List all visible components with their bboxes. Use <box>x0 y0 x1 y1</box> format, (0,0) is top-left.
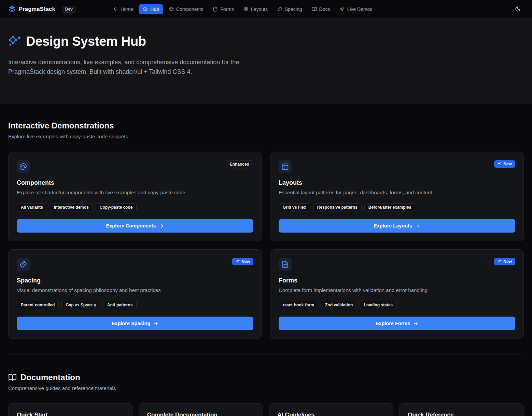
demo-card-description: Visual demonstrations of spacing philoso… <box>17 287 253 293</box>
tag: Gap vs Space-y <box>61 301 100 309</box>
nav-item-label: Layouts <box>251 6 268 12</box>
doc-card-title: Quick Reference <box>408 412 515 416</box>
tag: react-hook-form <box>279 301 318 309</box>
tag-list: Grid vs Flex Responsive patterns Before/… <box>279 203 515 211</box>
doc-card-ai-guidelines[interactable]: AI Guidelines Rules for AI code generati… <box>269 403 394 416</box>
nav-item-label: Spacing <box>285 6 302 12</box>
tag: Interactive demos <box>50 203 93 211</box>
main-content: Interactive Demonstrations Explore live … <box>0 104 532 416</box>
explore-layouts-button[interactable]: Explore Layouts <box>279 219 515 233</box>
arrow-left-icon <box>113 6 118 12</box>
demo-card-title: Components <box>17 179 253 186</box>
doc-card-title: AI Guidelines <box>278 412 385 416</box>
nav-item-label: Forms <box>220 6 234 12</box>
nav-item-label: Home <box>121 6 133 12</box>
page-title: Design System Hub <box>26 34 146 49</box>
demo-card-spacing: New Spacing Visual demonstrations of spa… <box>8 249 262 339</box>
top-navbar: PragmaStack Dev Home Hub Components Fo <box>0 0 532 18</box>
docs-subheading: Comprehensive guides and reference mater… <box>8 385 524 391</box>
new-badge: New <box>494 258 515 265</box>
layout-grid-icon <box>243 6 249 12</box>
layout-panel-icon <box>279 160 292 173</box>
nav-item-label: Hub <box>150 6 159 12</box>
explore-spacing-button[interactable]: Explore Spacing <box>17 317 253 330</box>
tag-list: react-hook-form Zod validation Loading s… <box>279 301 515 309</box>
sparkles-icon <box>498 260 502 264</box>
tag: Loading states <box>360 301 397 309</box>
rocket-icon <box>339 6 345 12</box>
tag: All variants <box>17 203 47 211</box>
book-icon <box>312 6 317 12</box>
file-icon <box>213 6 218 12</box>
demo-card-layouts: New Layouts Essential layout patterns fo… <box>270 152 524 241</box>
demo-card-components: Enhanced Components Explore all shadcn/u… <box>8 152 262 241</box>
page-subtitle: Interactive demonstrations, live example… <box>8 58 264 77</box>
tag: Responsive patterns <box>313 203 362 211</box>
enhanced-badge: Enhanced <box>226 160 253 168</box>
moon-icon <box>515 6 521 12</box>
demo-card-description: Essential layout patterns for pages, das… <box>279 190 515 195</box>
sparkles-icon <box>236 260 240 264</box>
tag: Grid vs Flex <box>279 203 310 211</box>
palette-icon <box>17 160 30 173</box>
nav-item-layouts[interactable]: Layouts <box>239 4 272 14</box>
box-icon <box>169 6 174 12</box>
hero-section: Design System Hub Interactive demonstrat… <box>0 18 532 104</box>
nav-item-home[interactable]: Home <box>109 4 137 14</box>
file-text-icon <box>279 258 292 271</box>
theme-toggle-button[interactable] <box>512 3 524 15</box>
demo-card-title: Spacing <box>17 277 253 284</box>
nav-item-components[interactable]: Components <box>165 4 207 14</box>
new-badge: New <box>232 258 253 265</box>
tag: Before/after examples <box>364 203 415 211</box>
layers-logo-icon <box>8 5 16 13</box>
explore-components-button[interactable]: Explore Components <box>17 219 253 233</box>
tag-list: All variants Interactive demos Copy-past… <box>17 203 253 211</box>
demos-heading: Interactive Demonstrations <box>8 121 524 130</box>
arrow-right-icon <box>153 321 158 326</box>
brand-name: PragmaStack <box>19 6 55 12</box>
nav-item-forms[interactable]: Forms <box>209 4 238 14</box>
doc-card-quick-start[interactable]: Quick Start 5-minute crash course <box>8 403 133 416</box>
tag: Parent-controlled <box>17 301 59 309</box>
demos-subheading: Explore live examples with copy-paste co… <box>8 134 524 139</box>
main-nav: Home Hub Components Forms Layouts <box>109 4 377 14</box>
doc-card-quick-reference[interactable]: Quick Reference Cheat sheet for lookups <box>399 403 524 416</box>
tag: Copy-paste code <box>96 203 137 211</box>
nav-item-label: Docs <box>319 6 330 12</box>
sparkles-icon <box>498 162 502 166</box>
arrow-right-icon <box>415 223 420 228</box>
nav-item-spacing[interactable]: Spacing <box>273 4 306 14</box>
demo-cards-grid: Enhanced Components Explore all shadcn/u… <box>8 152 524 339</box>
env-badge: Dev <box>62 6 76 13</box>
ruler-icon <box>17 258 30 271</box>
doc-card-complete-documentation[interactable]: Complete Documentation Full design syste… <box>139 403 263 416</box>
home-icon <box>143 6 148 12</box>
sparkles-icon <box>8 35 21 48</box>
nav-item-label: Live Demos <box>347 6 372 12</box>
docs-heading: Documentation <box>20 373 80 382</box>
brand[interactable]: PragmaStack Dev <box>8 5 76 13</box>
nav-item-hub[interactable]: Hub <box>139 4 163 14</box>
nav-item-live-demos[interactable]: Live Demos <box>335 4 376 14</box>
tag: Zod validation <box>321 301 357 309</box>
demo-card-title: Forms <box>279 277 515 284</box>
explore-forms-button[interactable]: Explore Forms <box>279 317 515 330</box>
demos-section: Interactive Demonstrations Explore live … <box>8 104 524 339</box>
demo-card-description: Complete form implementations with valid… <box>279 287 515 293</box>
new-badge: New <box>494 160 515 168</box>
nav-item-docs[interactable]: Docs <box>308 4 334 14</box>
documentation-section: Documentation Comprehensive guides and r… <box>8 355 524 416</box>
nav-item-label: Components <box>176 6 203 12</box>
doc-card-title: Quick Start <box>17 412 124 416</box>
demo-card-forms: New Forms Complete form implementations … <box>270 249 524 339</box>
demo-card-description: Explore all shadcn/ui components with li… <box>17 190 253 195</box>
ruler-icon <box>277 6 282 12</box>
arrow-right-icon <box>159 223 164 228</box>
doc-cards-grid: Quick Start 5-minute crash course Comple… <box>8 403 524 416</box>
arrow-right-icon <box>413 321 418 326</box>
doc-card-title: Complete Documentation <box>147 412 255 416</box>
demo-card-title: Layouts <box>279 179 515 186</box>
tag: Anti-patterns <box>103 301 137 309</box>
book-open-icon <box>8 373 17 382</box>
